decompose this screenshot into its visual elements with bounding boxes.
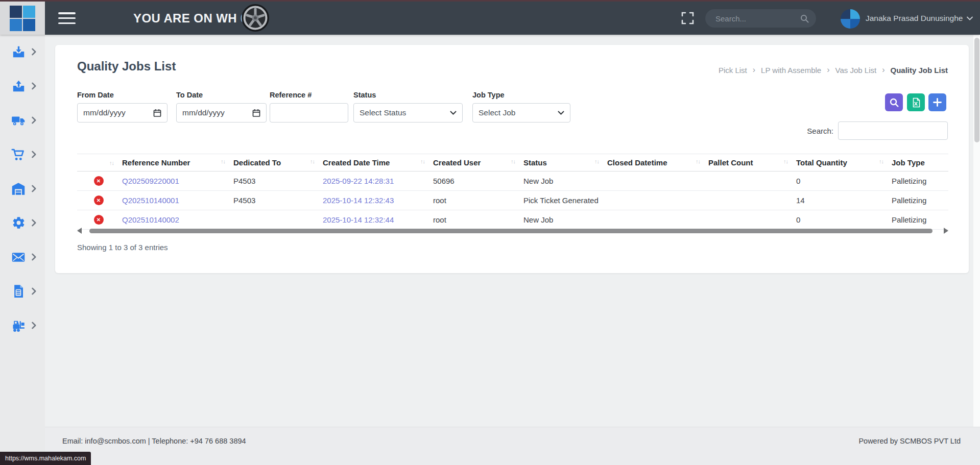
reference-input[interactable] — [270, 103, 348, 123]
fullscreen-icon[interactable] — [681, 11, 695, 25]
sort-icon[interactable] — [310, 158, 315, 164]
job-type-select[interactable]: Select Job — [472, 103, 570, 123]
cell-reference: Q202509220001 — [122, 172, 233, 191]
status-select[interactable]: Select Status — [353, 103, 463, 123]
cell-created: 2025-09-22 14:28:31 — [323, 172, 433, 191]
table-summary: Showing 1 to 3 of 3 entries — [77, 243, 168, 252]
add-job-button[interactable] — [928, 93, 946, 111]
reference-link[interactable]: Q202509220001 — [122, 177, 179, 185]
column-created-date-time[interactable]: Created Date Time — [323, 154, 433, 172]
cell-dedicated-to: P4503 — [233, 172, 323, 191]
created-date-link[interactable]: 2025-10-14 12:32:44 — [323, 215, 394, 224]
sort-icon[interactable] — [696, 158, 700, 164]
table-search-input[interactable] — [838, 121, 948, 140]
sort-icon[interactable] — [783, 158, 788, 164]
cell-created: 2025-10-14 12:32:44 — [323, 210, 433, 230]
chevron-right-icon — [32, 151, 36, 158]
sidebar-item-orders[interactable] — [0, 137, 45, 172]
sort-icon[interactable] — [109, 160, 114, 166]
excel-file-icon — [912, 97, 921, 108]
cart-icon — [11, 147, 26, 162]
cell-total-quantity: 14 — [796, 191, 892, 210]
reference-filter: Reference # — [270, 91, 348, 123]
scroll-right-arrow-icon[interactable] — [944, 228, 948, 234]
reference-link[interactable]: Q202510140002 — [122, 215, 179, 224]
user-name: Janaka Prasad Dunusinghe — [866, 14, 963, 23]
chevron-right-icon — [32, 287, 36, 295]
breadcrumb-vas-job-list[interactable]: Vas Job List — [835, 66, 877, 75]
chevron-right-icon — [32, 48, 36, 56]
cell-created: 2025-10-14 12:32:43 — [323, 191, 433, 210]
truck-icon — [11, 113, 26, 128]
from-date-input[interactable]: mm/dd/yyyy — [77, 103, 168, 123]
breadcrumb-pick-list[interactable]: Pick List — [719, 66, 747, 75]
vertical-scrollbar-thumb[interactable] — [974, 38, 979, 142]
breadcrumb-separator-icon — [827, 65, 829, 75]
caret-down-icon — [558, 111, 564, 115]
column-job-type[interactable]: Job Type — [892, 154, 948, 172]
sidebar-item-messages[interactable] — [0, 240, 45, 274]
sidebar-item-reports[interactable] — [0, 274, 45, 308]
created-date-link[interactable]: 2025-10-14 12:32:43 — [323, 196, 394, 205]
global-search-input[interactable] — [714, 14, 800, 23]
filter-search-button[interactable] — [885, 93, 903, 111]
topbar: YOU ARE ON WH 01 Janaka Prasad D — [0, 2, 980, 35]
sort-icon[interactable] — [511, 158, 515, 164]
sort-icon[interactable] — [420, 158, 425, 164]
sidebar-item-outbound[interactable] — [0, 69, 45, 103]
quality-jobs-card: Quality Jobs List Pick List LP with Asse… — [55, 45, 969, 273]
cell-status: New Job — [523, 172, 607, 191]
sort-icon[interactable] — [221, 158, 225, 164]
column-total-quantity[interactable]: Total Quantity — [796, 154, 892, 172]
scroll-left-arrow-icon[interactable] — [77, 228, 82, 234]
sort-icon[interactable] — [879, 158, 883, 164]
cell-closed — [607, 172, 708, 191]
delete-icon[interactable] — [94, 195, 104, 205]
gear-icon — [11, 215, 26, 231]
column-delete — [77, 154, 122, 172]
user-avatar[interactable] — [841, 9, 860, 29]
delete-icon[interactable] — [94, 176, 104, 186]
app-logo[interactable] — [0, 2, 45, 35]
cell-total-quantity: 0 — [796, 172, 892, 191]
column-closed-datetime[interactable]: Closed Datetime — [607, 154, 708, 172]
chevron-right-icon — [32, 116, 36, 124]
cell-closed — [607, 191, 708, 210]
created-date-link[interactable]: 2025-09-22 14:28:31 — [323, 177, 394, 185]
to-date-input[interactable]: mm/dd/yyyy — [176, 103, 267, 123]
cell-dedicated-to — [233, 210, 323, 230]
to-date-label: To Date — [176, 91, 267, 99]
sort-icon[interactable] — [594, 158, 599, 164]
column-pallet-count[interactable]: Pallet Count — [708, 154, 796, 172]
delete-icon[interactable] — [94, 215, 104, 225]
column-status[interactable]: Status — [523, 154, 607, 172]
breadcrumb: Pick List LP with Assemble Vas Job List … — [719, 65, 948, 75]
sidebar-item-equipment[interactable] — [0, 308, 45, 342]
user-menu[interactable]: Janaka Prasad Dunusinghe — [866, 2, 973, 35]
chevron-right-icon — [32, 82, 36, 90]
column-dedicated-to[interactable]: Dedicated To — [233, 154, 323, 172]
search-icon — [800, 14, 809, 23]
cell-pallet-count — [708, 172, 796, 191]
column-reference-number[interactable]: Reference Number — [122, 154, 233, 172]
reference-link[interactable]: Q202510140001 — [122, 196, 179, 205]
sidebar-item-inbound[interactable] — [0, 35, 45, 69]
chevron-right-icon — [32, 322, 36, 329]
cell-created-user: root — [433, 210, 523, 230]
table-header-row: Reference Number Dedicated To Created Da… — [77, 154, 948, 172]
hamburger-menu-icon[interactable] — [58, 12, 76, 24]
sidebar-item-settings[interactable] — [0, 206, 45, 240]
table-row: Q202510140002 2025-10-14 12:32:44 root N… — [77, 210, 948, 230]
horizontal-scrollbar-thumb[interactable] — [89, 229, 933, 233]
column-created-user[interactable]: Created User — [433, 154, 523, 172]
vertical-scrollbar[interactable] — [973, 35, 980, 427]
breadcrumb-lp-with-assemble[interactable]: LP with Assemble — [761, 66, 821, 75]
sidebar-item-warehouse[interactable] — [0, 172, 45, 206]
export-excel-button[interactable] — [907, 93, 925, 111]
sidebar-item-transport[interactable] — [0, 103, 45, 137]
forklift-icon — [11, 318, 26, 333]
tray-arrow-up-icon — [11, 79, 26, 94]
tray-arrow-down-icon — [11, 44, 26, 60]
sidebar — [0, 35, 45, 465]
table-row: Q202509220001 P4503 2025-09-22 14:28:31 … — [77, 172, 948, 191]
